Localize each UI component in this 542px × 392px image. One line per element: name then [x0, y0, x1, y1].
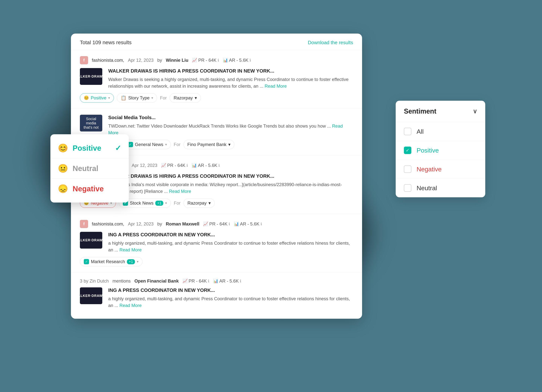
pr-metric: 📈 PR - 64K ℹ — [192, 58, 219, 63]
positive-checkbox[interactable]: ✓ — [404, 147, 411, 154]
negative-label: Negative — [417, 166, 442, 173]
pr-metric: 📈 PR - 64K ℹ — [183, 278, 209, 284]
article-content: WALKER·DRAWAS ING A PRESS COORDINATOR IN… — [80, 287, 353, 309]
story-type-icon: 📋 — [121, 95, 126, 101]
ar-metric: 📊 AR - 5.6K ℹ — [213, 278, 241, 284]
article-thumbnail: Socialmediathat's not — [80, 115, 102, 132]
for-label: For — [174, 201, 180, 206]
company-mention: Open Financial Bank — [134, 278, 179, 284]
sentiment-dropdown-header[interactable]: Sentiment ∨ — [396, 101, 485, 122]
read-more-link[interactable]: Read More — [265, 84, 287, 89]
neutral-checkbox[interactable] — [404, 184, 411, 192]
info-icon: ℹ — [208, 279, 209, 283]
ar-metric: 📊 AR - 5.6K ℹ — [234, 221, 262, 227]
chevron-icon: ▾ — [137, 260, 138, 264]
pr-value: PR - 64K — [198, 58, 216, 63]
source-name: fashionista.com, — [92, 58, 124, 63]
read-more-link[interactable]: Read More — [169, 189, 191, 194]
chevron-icon-2: ▾ — [165, 201, 167, 205]
read-more-link[interactable]: Read More — [119, 303, 142, 308]
author-name: Roman Maxwell — [166, 221, 199, 227]
company-pill[interactable]: Razorpay ▾ — [170, 93, 201, 103]
pr-value: PR - 64K — [189, 278, 207, 284]
article-meta: f fashionista.com, Apr 12, 2023 by Roman… — [80, 220, 353, 228]
neutral-face-icon: 😐 — [58, 164, 68, 173]
read-more-link[interactable]: Read More — [108, 123, 343, 135]
author-name: Winnie Liu — [166, 58, 188, 63]
sd-option-negative[interactable]: 😞 Negative — [50, 179, 129, 199]
story-type-value: General News — [135, 142, 163, 147]
ar-value: AR - 5.6K — [219, 278, 239, 284]
trend-icon: 📊 — [213, 279, 218, 283]
story-type-pill[interactable]: 📋 Story Type ▾ — [117, 93, 157, 103]
info-icon-2: ℹ — [249, 58, 251, 63]
article-text: WALKER DRAWAS IS HIRING A PRESS COORDINA… — [108, 173, 353, 195]
sd-option-neutral[interactable]: 😐 Neutral — [50, 158, 129, 179]
neutral-label: Neutral — [417, 185, 437, 192]
source-favicon: f — [80, 220, 88, 228]
article-title: Social Media Tools... — [108, 115, 353, 121]
article-body: a highly organized, multi-tasking, and d… — [108, 240, 353, 253]
article-thumbnail: WALKER·DRAWAS — [80, 232, 102, 249]
article-content: Socialmediathat's not Social Media Tools… — [80, 115, 353, 136]
sd-option-positive[interactable]: 😊 Positive ✓ — [50, 138, 129, 158]
chevron-icon-3: ▾ — [208, 201, 211, 206]
sentiment-option-all[interactable]: All — [396, 122, 485, 141]
all-checkbox[interactable] — [404, 128, 411, 135]
all-label: All — [417, 128, 424, 135]
positive-emoji: 😊 — [84, 95, 89, 100]
source-favicon: f — [80, 56, 88, 64]
article-title: WALKER DRAWAS IS HIRING A PRESS COORDINA… — [108, 68, 353, 74]
positive-label: Positive — [417, 147, 439, 154]
checkbox-checked: ✓ — [84, 259, 89, 264]
sd-positive-label: Positive — [73, 144, 101, 152]
ar-metric: 📊 AR - 5.6K ℹ — [223, 58, 251, 63]
pr-value: PR - 64K — [209, 221, 227, 227]
negative-checkbox[interactable] — [404, 165, 411, 173]
story-type-value: Stock News — [130, 201, 154, 206]
company-name: Razorpay — [187, 201, 207, 206]
story-count-badge: +1 — [155, 201, 163, 206]
trend-icon: 📊 — [234, 222, 239, 226]
article-thumbnail: WALKER·DRAWAS — [80, 287, 102, 304]
company-pill[interactable]: Fino Payment Bank ▾ — [184, 140, 234, 149]
for-label: For — [174, 142, 180, 147]
sentiment-filter-dropdown: Sentiment ∨ All ✓ Positive Negative Neut… — [396, 101, 485, 197]
article-item: f fashionista.com, Apr 12, 2023 by Roman… — [71, 214, 362, 272]
trend-icon: 📊 — [223, 58, 228, 63]
company-pill[interactable]: Razorpay ▾ — [184, 198, 215, 208]
info-icon-2: ℹ — [240, 279, 241, 283]
sd-negative-label: Negative — [73, 185, 104, 193]
source-date: 3 by Zin Dutch — [80, 278, 109, 284]
info-icon-2: ℹ — [218, 163, 220, 168]
source-date: Apr 12, 2023 — [132, 163, 157, 168]
article-thumbnail: WALKER·DRAWAS — [80, 68, 102, 85]
ar-metric: 📊 AR - 5.6K ℹ — [192, 163, 220, 168]
trend-up-icon: 📈 — [192, 58, 197, 63]
pr-metric: 📈 PR - 64K ℹ — [203, 221, 230, 227]
trend-up-icon: 📈 — [183, 279, 188, 283]
chevron-down-icon: ▾ — [108, 96, 110, 100]
ar-value: AR - 5.6K — [229, 58, 249, 63]
by-label: by — [157, 58, 162, 63]
sd-neutral-label: Neutral — [73, 164, 98, 173]
positive-face-icon: 😊 — [58, 143, 68, 153]
company-name: Razorpay — [173, 95, 193, 101]
story-type-pill[interactable]: ✓ General News ▾ — [124, 140, 171, 149]
chevron-down-icon-2: ▾ — [151, 96, 153, 100]
download-results-link[interactable]: Download the results — [308, 40, 353, 46]
sentiment-small-dropdown: 😊 Positive ✓ 😐 Neutral 😞 Negative — [50, 134, 129, 202]
for-label: For — [160, 95, 167, 101]
sentiment-option-neutral[interactable]: Neutral — [396, 179, 485, 197]
story-type-pill[interactable]: ✓ Market Research +1 ▾ — [80, 257, 142, 266]
article-content: WALKER·DRAWAS WALKER DRAWAS IS HIRING A … — [80, 68, 353, 90]
sentiment-header-label: Sentiment — [404, 107, 436, 115]
sentiment-option-positive[interactable]: ✓ Positive — [396, 141, 485, 160]
trend-up-icon: 📈 — [161, 163, 166, 168]
sentiment-option-negative[interactable]: Negative — [396, 160, 485, 179]
read-more-link[interactable]: Read More — [119, 247, 142, 252]
pr-value: PR - 64K — [167, 163, 185, 168]
mentions-label: mentions — [113, 278, 131, 284]
sentiment-pill-positive[interactable]: 😊 Positive ▾ — [80, 93, 114, 103]
source-date: Apr 12, 2023 — [128, 221, 153, 227]
